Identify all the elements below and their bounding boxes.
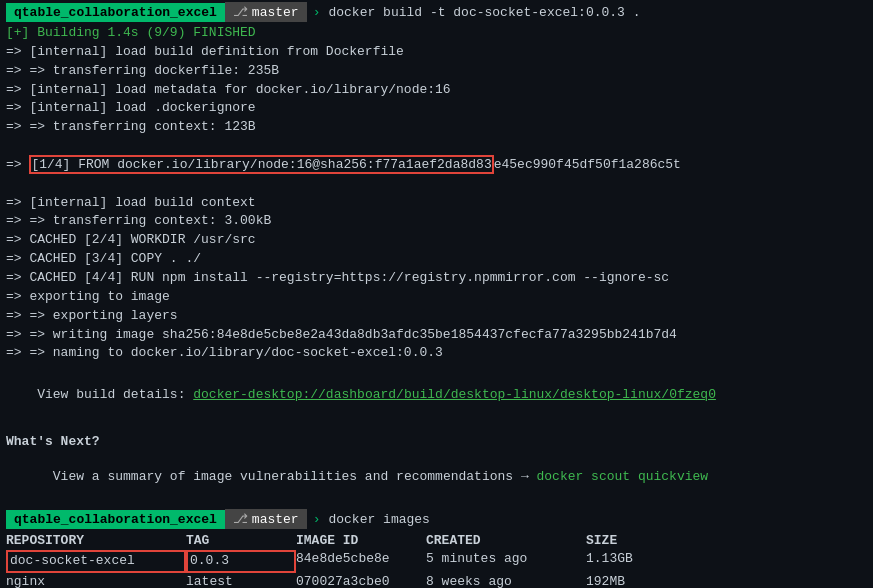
output-naming: => => naming to docker.io/library/doc-so…: [0, 344, 873, 363]
col-header-tag: TAG: [186, 533, 296, 548]
branch-name-1: master: [252, 5, 299, 20]
row1-size: 1.13GB: [586, 550, 686, 573]
row2-imageid: 070027a3cbe0: [296, 573, 426, 588]
view-build-line: View build details: docker-desktop://das…: [0, 367, 873, 424]
output-cached-2: => CACHED [2/4] WORKDIR /usr/src: [0, 231, 873, 250]
prompt-branch-1: ⎇ master: [225, 2, 307, 22]
view-build-link[interactable]: docker-desktop://dashboard/build/desktop…: [193, 387, 716, 402]
output-exporting-layers: => => exporting layers: [0, 307, 873, 326]
row2-tag: latest: [186, 573, 296, 588]
col-header-repo: REPOSITORY: [6, 533, 186, 548]
row2-repo: nginx: [6, 573, 186, 588]
output-cached-3: => CACHED [3/4] COPY . ./: [0, 250, 873, 269]
output-transfer-3kb: => => transferring context: 3.00kB: [0, 212, 873, 231]
prompt-branch-2: ⎇ master: [225, 509, 307, 529]
scout-command: docker scout quickview: [537, 469, 709, 484]
prompt-dir-2: qtable_collaboration_excel: [6, 510, 225, 529]
prompt-line-1: qtable_collaboration_excel ⎇ master › do…: [0, 0, 873, 24]
output-load-meta: => [internal] load metadata for docker.i…: [0, 81, 873, 100]
branch-icon-2: ⎇: [233, 511, 248, 527]
prompt-cmd-1: docker build -t doc-socket-excel:0.0.3 .: [326, 3, 642, 22]
row1-repo: doc-socket-excel: [6, 550, 186, 573]
whats-next-title: What's Next?: [0, 430, 873, 449]
output-load-def: => [internal] load build definition from…: [0, 43, 873, 62]
branch-name-2: master: [252, 512, 299, 527]
whats-next-body: View a summary of image vulnerabilities …: [0, 449, 873, 506]
row2-created: 8 weeks ago: [426, 573, 586, 588]
prompt-arrow-1: ›: [307, 3, 327, 22]
branch-icon-1: ⎇: [233, 4, 248, 20]
row1-tag: 0.0.3: [186, 550, 296, 573]
prompt-dir-1: qtable_collaboration_excel: [6, 3, 225, 22]
row1-created: 5 minutes ago: [426, 550, 586, 573]
prompt-line-2: qtable_collaboration_excel ⎇ master › do…: [0, 507, 873, 531]
table-row-1: doc-socket-excel 0.0.3 84e8de5cbe8e 5 mi…: [0, 550, 873, 573]
table-header: REPOSITORY TAG IMAGE ID CREATED SIZE: [0, 531, 873, 550]
table-row-2: nginx latest 070027a3cbe0 8 weeks ago 19…: [0, 573, 873, 588]
output-building: [+] Building 1.4s (9/9) FINISHED: [0, 24, 873, 43]
row1-imageid: 84e8de5cbe8e: [296, 550, 426, 573]
prompt-arrow-2: ›: [307, 510, 327, 529]
output-from-line: => [1/4] FROM docker.io/library/node:16@…: [0, 137, 873, 194]
view-build-label: View build details:: [37, 387, 193, 402]
whats-next-text: View a summary of image vulnerabilities …: [37, 469, 536, 484]
output-load-dockerignore: => [internal] load .dockerignore: [0, 99, 873, 118]
output-exporting: => exporting to image: [0, 288, 873, 307]
col-header-imageid: IMAGE ID: [296, 533, 426, 548]
output-writing-image: => => writing image sha256:84e8de5cbe8e2…: [0, 326, 873, 345]
terminal: qtable_collaboration_excel ⎇ master › do…: [0, 0, 873, 588]
output-cached-4: => CACHED [4/4] RUN npm install --regist…: [0, 269, 873, 288]
prompt-cmd-2: docker images: [326, 510, 431, 529]
output-load-build-ctx: => [internal] load build context: [0, 194, 873, 213]
output-transfer-df: => => transferring dockerfile: 235B: [0, 62, 873, 81]
row2-size: 192MB: [586, 573, 686, 588]
col-header-size: SIZE: [586, 533, 686, 548]
output-transfer-ctx: => => transferring context: 123B: [0, 118, 873, 137]
col-header-created: CREATED: [426, 533, 586, 548]
